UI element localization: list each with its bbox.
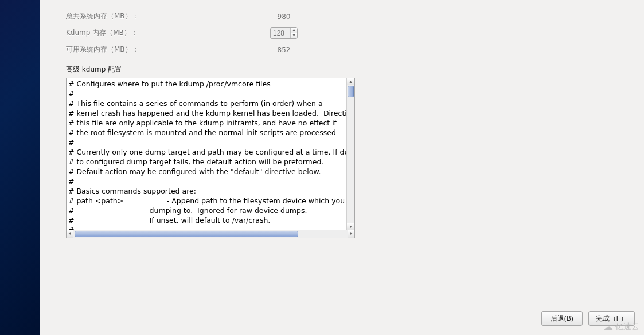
finish-button[interactable]: 完成（F） [588,311,635,326]
kdump-memory-spinbox[interactable]: ▲ ▼ [270,27,298,39]
kdump-config-panel: 总共系统内存（MB）： 980 Kdump 内存（MB）： ▲ ▼ 可用系统内存… [40,0,644,335]
kdump-config-text[interactable]: # Configures where to put the kdump /pro… [67,78,346,230]
scroll-down-icon[interactable]: ▾ [347,223,354,230]
scroll-up-icon[interactable]: ▴ [347,78,354,85]
total-memory-label: 总共系统内存（MB）： [66,11,227,21]
kdump-memory-input[interactable] [271,28,290,38]
footer-buttons: 后退(B) 完成（F） [541,311,635,326]
horizontal-scrollbar[interactable]: ◂ ▸ [67,230,354,238]
scroll-right-icon[interactable]: ▸ [348,230,354,238]
usable-memory-label: 可用系统内存（MB）： [66,45,227,54]
advanced-config-title: 高级 kdump 配置 [66,65,644,74]
usable-memory-value: 852 [227,46,341,54]
scroll-left-icon[interactable]: ◂ [67,230,73,238]
vertical-scrollbar[interactable]: ▴ ▾ [346,78,354,230]
kdump-memory-label: Kdump 内存（MB）： [66,28,227,38]
desktop-background [0,0,40,335]
back-button[interactable]: 后退(B) [541,311,583,326]
total-memory-value: 980 [227,13,341,21]
kdump-config-editor: # Configures where to put the kdump /pro… [66,78,355,238]
vertical-scroll-thumb[interactable] [348,86,354,97]
horizontal-scroll-thumb[interactable] [75,231,298,237]
spin-down-icon[interactable]: ▼ [291,33,297,38]
